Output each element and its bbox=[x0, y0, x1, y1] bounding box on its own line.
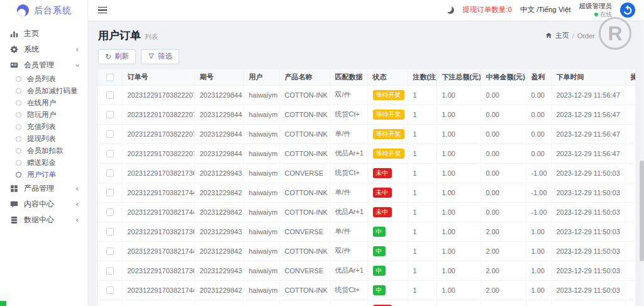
cell-win-amount: 0.00 bbox=[480, 144, 526, 163]
header-checkbox-cell bbox=[98, 69, 122, 86]
cell-user: haiwaiym bbox=[243, 124, 279, 144]
column-header: 匹配数据 bbox=[330, 69, 367, 86]
cell-product: CONVERSE bbox=[279, 300, 330, 306]
sidebar-subitem-2-8[interactable]: 用户订单 bbox=[0, 169, 87, 181]
cell-period: 20231229842 bbox=[194, 280, 243, 300]
cell-profit: 0.00 bbox=[526, 105, 551, 124]
select-all-checkbox[interactable] bbox=[106, 74, 114, 81]
refresh-button-label: 刷新 bbox=[114, 52, 129, 61]
grid-icon bbox=[10, 184, 18, 193]
status-badge: 未中 bbox=[373, 207, 392, 217]
breadcrumb-current: Order bbox=[577, 32, 595, 40]
cell-win-amount: 2.00 bbox=[480, 222, 526, 241]
cell-period: 20231229842 bbox=[194, 241, 243, 261]
cell-time: 2023-12-29 11:50:03 bbox=[551, 163, 625, 183]
sidebar-subitem-label: 提现列表 bbox=[27, 134, 56, 144]
cell-bets: 1 bbox=[408, 300, 436, 306]
app-logo: 后台系统 bbox=[0, 0, 87, 21]
refresh-button[interactable]: ↻ 刷新 bbox=[98, 49, 136, 64]
cell-order-no: 202312291703822207 bbox=[122, 85, 194, 105]
row-checkbox[interactable] bbox=[106, 130, 114, 138]
app-root: 后台系统 主页系统会员管理会员列表会员加减打码量在线用户陪玩用户充值列表提现列表… bbox=[0, 0, 644, 306]
cell-profit: -1.00 bbox=[526, 300, 551, 306]
cell-product: CONVERSE bbox=[279, 163, 330, 183]
sidebar-item-3[interactable]: 产品管理 bbox=[0, 181, 87, 196]
sidebar-item-0[interactable]: 主页 bbox=[0, 26, 87, 42]
row-checkbox[interactable] bbox=[106, 189, 114, 196]
hamburger-menu-icon[interactable] bbox=[97, 4, 108, 16]
column-header: 操作 bbox=[625, 69, 635, 86]
logo-icon bbox=[17, 4, 29, 16]
radio-icon bbox=[16, 136, 21, 142]
cell-win-amount: 2.00 bbox=[480, 241, 526, 261]
power-icon bbox=[622, 4, 633, 16]
radio-icon bbox=[16, 172, 21, 178]
scrollbar-thumb[interactable] bbox=[640, 161, 644, 261]
cell-period: 20231229844 bbox=[194, 124, 243, 144]
sidebar-subitem-2-0[interactable]: 会员列表 bbox=[0, 73, 87, 85]
cell-user: haiwaiym bbox=[243, 300, 279, 306]
cell-period: 20231229943 bbox=[194, 300, 243, 306]
cell-period: 20231229844 bbox=[194, 144, 243, 163]
row-checkbox[interactable] bbox=[106, 208, 114, 216]
sidebar-item-5[interactable]: 数据中心 bbox=[0, 212, 87, 228]
cell-period: 20231229842 bbox=[194, 183, 243, 202]
cell-profit: 1.00 bbox=[526, 222, 551, 241]
user-avatar[interactable] bbox=[620, 3, 635, 18]
cell-match: 统货Ct+ bbox=[330, 163, 367, 183]
breadcrumb-home[interactable]: 主页 bbox=[555, 31, 569, 40]
language-switcher[interactable]: 中文 /Tiếng Việt bbox=[520, 5, 571, 14]
cell-match: 优品Ar+1 bbox=[330, 144, 367, 163]
cell-user: haiwaiym bbox=[243, 85, 279, 105]
column-header: 订单号 bbox=[122, 69, 194, 86]
cell-action bbox=[625, 163, 635, 183]
breadcrumb-separator: / bbox=[572, 32, 574, 40]
dark-mode-moon-icon[interactable] bbox=[447, 6, 454, 14]
table-header-row: 订单号期号用户产品名称匹配数据状态注数(注)下注总额(元)中将金额(元)盈利下单… bbox=[98, 69, 635, 86]
sidebar-subitem-2-2[interactable]: 在线用户 bbox=[0, 97, 87, 109]
row-checkbox[interactable] bbox=[106, 169, 114, 177]
sidebar-item-label: 产品管理 bbox=[24, 183, 69, 194]
sidebar-subitem-2-3[interactable]: 陪玩用户 bbox=[0, 109, 87, 121]
cell-period: 20231229844 bbox=[194, 105, 243, 124]
row-checkbox[interactable] bbox=[106, 228, 114, 235]
row-checkbox[interactable] bbox=[106, 150, 114, 157]
online-status: 在线 bbox=[579, 11, 613, 18]
sidebar: 后台系统 主页系统会员管理会员列表会员加减打码量在线用户陪玩用户充值列表提现列表… bbox=[0, 0, 88, 306]
cell-time: 2023-12-29 11:56:47 bbox=[551, 124, 625, 144]
sidebar-submenu: 会员列表会员加减打码量在线用户陪玩用户充值列表提现列表会员加扣款赠送彩金用户订单 bbox=[0, 73, 87, 181]
table-row-2: 202312291703822207 20231229844 haiwaiym … bbox=[98, 124, 635, 144]
row-checkbox[interactable] bbox=[106, 267, 114, 275]
cell-win-amount: 0.00 bbox=[480, 105, 526, 124]
cell-order-no: 202312291703821744 bbox=[122, 280, 194, 300]
cell-bets: 1 bbox=[408, 163, 436, 183]
cell-action bbox=[625, 202, 635, 222]
cell-product: COTTON-INK bbox=[279, 241, 330, 261]
cell-profit: -1.00 bbox=[526, 202, 551, 222]
cell-time: 2023-12-29 11:50:03 bbox=[551, 280, 625, 300]
sidebar-subitem-2-6[interactable]: 会员加扣款 bbox=[0, 145, 87, 157]
row-checkbox[interactable] bbox=[106, 111, 114, 118]
row-checkbox[interactable] bbox=[106, 247, 114, 255]
page-scrollbar[interactable] bbox=[640, 21, 644, 306]
cell-total: 1.00 bbox=[436, 144, 480, 163]
sidebar-item-2[interactable]: 会员管理 bbox=[0, 57, 87, 73]
sidebar-subitem-2-1[interactable]: 会员加减打码量 bbox=[0, 85, 87, 97]
topbar: 提现订单数量:0 中文 /Tiếng Việt 超级管理员 在线 bbox=[88, 0, 644, 21]
cell-order-no: 202312291703821744 bbox=[122, 183, 194, 202]
row-checkbox[interactable] bbox=[106, 286, 114, 294]
sidebar-item-4[interactable]: 内容中心 bbox=[0, 196, 87, 212]
cell-match: 优品Ar+1 bbox=[330, 261, 367, 280]
column-header: 盈利 bbox=[526, 69, 551, 86]
withdraw-order-count[interactable]: 提现订单数量:0 bbox=[462, 5, 512, 14]
filter-button[interactable]: 筛选 bbox=[141, 49, 179, 64]
sidebar-item-1[interactable]: 系统 bbox=[0, 42, 87, 57]
row-checkbox[interactable] bbox=[106, 91, 114, 99]
cell-user: haiwaiym bbox=[243, 105, 279, 124]
cell-match: 双/件 bbox=[330, 300, 367, 306]
table-row-11: 202312291703821736 20231229943 haiwaiym … bbox=[98, 300, 635, 306]
sidebar-subitem-2-4[interactable]: 充值列表 bbox=[0, 121, 87, 133]
sidebar-subitem-2-5[interactable]: 提现列表 bbox=[0, 133, 87, 145]
table-row-3: 202312291703822207 20231229844 haiwaiym … bbox=[98, 144, 635, 163]
sidebar-subitem-2-7[interactable]: 赠送彩金 bbox=[0, 157, 87, 169]
